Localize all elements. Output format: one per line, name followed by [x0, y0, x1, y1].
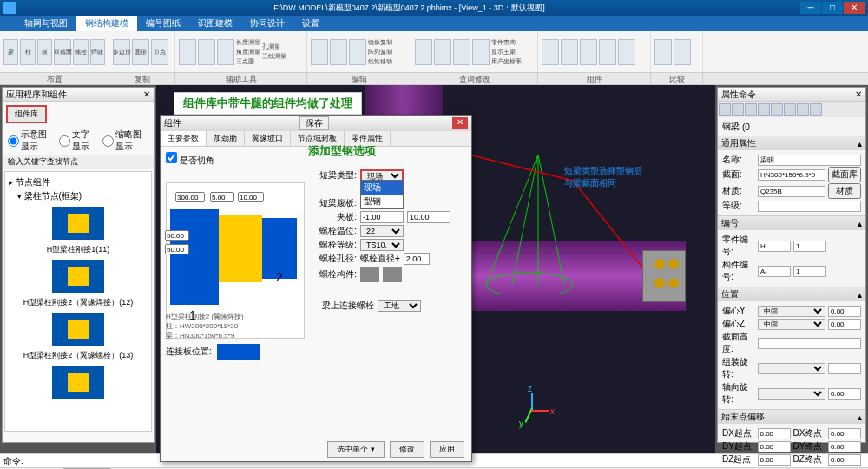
membrot-sel[interactable] — [758, 388, 825, 400]
dim-a[interactable] — [175, 192, 205, 202]
dlg-tab-2[interactable]: 翼缘坡口 — [245, 131, 291, 146]
section-lib-button[interactable]: 截面库 — [828, 167, 861, 182]
rp-sec-general[interactable]: 通用属性▴ — [718, 136, 865, 150]
ribbon-auxpl[interactable] — [217, 39, 234, 65]
tree-thumb-1[interactable] — [52, 260, 104, 293]
dye[interactable] — [828, 441, 861, 452]
rp-sec-numbering[interactable]: 编号▴ — [718, 216, 865, 230]
component-tree[interactable]: ▸ 节点组件 ▾ 梁柱节点(框架) H型梁柱刚接1(11) H型梁柱刚接2（翼缘… — [4, 171, 152, 432]
menu-tab-3[interactable]: 识图建模 — [189, 16, 241, 31]
assyno-p[interactable] — [758, 266, 791, 277]
ribbon-boltpart[interactable] — [453, 39, 470, 65]
component-library-button[interactable]: 组件库 — [6, 105, 47, 123]
assyno-n[interactable] — [793, 266, 826, 277]
eccz-val[interactable] — [828, 319, 861, 330]
dlg-tab-0[interactable]: 主要参数 — [161, 131, 207, 146]
ribbon-clear[interactable] — [472, 39, 490, 65]
prop-material-input[interactable] — [758, 186, 825, 197]
ribbon-beam[interactable]: 梁 — [3, 39, 18, 65]
rp-sec-endpoints[interactable]: 始末点偏移▴ — [718, 410, 865, 424]
left-panel-close-icon[interactable]: ✕ — [143, 89, 150, 99]
ribbon-circ[interactable]: 圆形 — [132, 39, 149, 65]
prop-name-input[interactable] — [758, 155, 861, 166]
rp-tool-7[interactable] — [797, 103, 809, 116]
ribbon-auxln[interactable] — [198, 39, 215, 65]
rp-tool-8[interactable] — [810, 103, 822, 116]
partno-p[interactable] — [758, 241, 791, 252]
rp-tool-1[interactable] — [719, 103, 731, 116]
select-single-button[interactable]: 选中单个 ▾ — [327, 441, 385, 458]
dim-c[interactable] — [238, 192, 264, 202]
eccy-val[interactable] — [828, 306, 861, 317]
radio-preview[interactable]: 缩略图显示 — [102, 129, 148, 153]
ribbon-comp4[interactable] — [599, 39, 616, 65]
rp-close-icon[interactable]: ✕ — [855, 89, 862, 99]
ribbon-bolt[interactable]: 螺栓 — [73, 39, 88, 65]
ribbon-mv[interactable] — [349, 39, 366, 65]
minimize-button[interactable]: ─ — [800, 2, 821, 14]
dxe[interactable] — [828, 428, 861, 439]
ribbon-column[interactable]: 柱 — [20, 39, 35, 65]
prop-section-input[interactable] — [758, 169, 825, 181]
dzs[interactable] — [758, 454, 791, 466]
sech-input[interactable] — [758, 338, 861, 349]
ribbon-cmp2[interactable] — [674, 39, 691, 65]
menu-tab-4[interactable]: 协同设计 — [241, 16, 293, 31]
beam-conn-select[interactable]: 工地 — [378, 300, 421, 312]
ribbon-comp3[interactable] — [580, 39, 597, 65]
ribbon-weld[interactable]: 焊缝 — [90, 39, 105, 65]
menu-tab-0[interactable]: 轴网与视图 — [16, 16, 76, 31]
ribbon-comp1[interactable] — [542, 39, 559, 65]
rp-tool-4[interactable] — [758, 103, 770, 116]
eccz-sel[interactable]: 中间 — [758, 319, 825, 330]
ribbon-dbl[interactable]: 双截面 — [54, 39, 71, 65]
bolt-grade-select[interactable]: TS10.9 — [360, 239, 404, 251]
tree-thumb-0[interactable] — [52, 207, 104, 240]
rp-tool-2[interactable] — [732, 103, 744, 116]
ribbon-cmp1[interactable] — [654, 39, 672, 65]
dim-d[interactable] — [165, 230, 189, 241]
ribbon-plate[interactable]: 板 — [37, 39, 52, 65]
radio-text[interactable]: 文字显示 — [59, 129, 98, 153]
bolt-hole-input[interactable] — [404, 253, 430, 265]
bolt-gap-select[interactable]: 22 — [360, 225, 404, 237]
cut-corner-checkbox[interactable]: 是否切角 — [166, 156, 214, 165]
dys[interactable] — [758, 441, 791, 452]
radio-thumbnail[interactable]: 示意图显示 — [8, 129, 54, 153]
dim-e[interactable] — [165, 244, 189, 254]
clearance-input-2[interactable] — [407, 211, 450, 223]
prop-prefix-input[interactable] — [758, 201, 861, 212]
rp-sec-position[interactable]: 位置▴ — [718, 287, 865, 301]
dim-b[interactable] — [210, 192, 234, 202]
ribbon-poly[interactable]: 多边形 — [113, 39, 130, 65]
dialog-title-bar[interactable]: 组件 保存 ✕ — [161, 116, 471, 131]
ribbon-node[interactable]: 节点 — [151, 39, 168, 65]
modify-button[interactable]: 修改 — [390, 441, 424, 458]
dze[interactable] — [828, 454, 861, 466]
clearance-input-1[interactable] — [360, 211, 404, 223]
assyrot-sel[interactable] — [758, 363, 825, 374]
rp-tool-3[interactable] — [745, 103, 757, 116]
bolt-fitting-icon-1[interactable] — [360, 267, 379, 282]
maximize-button[interactable]: □ — [822, 2, 843, 14]
short-beam-type-dropdown[interactable]: 现场 型钢 — [360, 180, 404, 209]
menu-tab-1[interactable]: 钢结构建模 — [76, 16, 137, 31]
material-button[interactable]: 材质 — [828, 183, 861, 199]
bolt-fitting-icon-2[interactable] — [383, 267, 402, 282]
ribbon-comp2[interactable] — [561, 39, 578, 65]
eccy-sel[interactable]: 中间 — [758, 306, 825, 317]
menu-tab-2[interactable]: 编号图纸 — [137, 16, 189, 31]
rp-tool-6[interactable] — [784, 103, 796, 116]
partno-n[interactable] — [793, 241, 826, 252]
save-button[interactable]: 保存 — [299, 116, 329, 130]
ribbon-main[interactable] — [434, 39, 451, 65]
menu-tab-5[interactable]: 设置 — [293, 16, 328, 31]
apply-button[interactable]: 应用 — [430, 441, 464, 458]
ribbon-box[interactable] — [330, 39, 347, 65]
close-button[interactable]: ✕ — [844, 2, 865, 14]
dialog-close-icon[interactable]: ✕ — [452, 117, 468, 129]
dxs[interactable] — [758, 428, 791, 439]
assyrot-val[interactable] — [828, 363, 861, 374]
ribbon-sel[interactable] — [311, 39, 328, 65]
membrot-val[interactable] — [828, 388, 861, 400]
